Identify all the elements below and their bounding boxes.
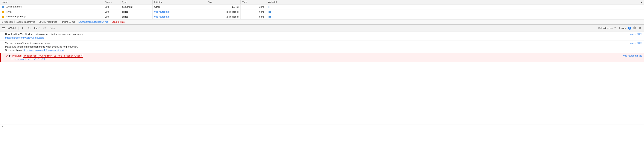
cell-name: vue-router.html: [0, 4, 103, 9]
issue-badge[interactable]: 1 Issue: 1: [619, 27, 631, 29]
col-header-type[interactable]: Type: [120, 0, 152, 4]
table-row[interactable]: vue-router.global.js 200 script vue-rout…: [0, 14, 644, 19]
col-header-time[interactable]: Time: [240, 0, 266, 4]
error-circle-icon: ⊘: [6, 54, 8, 57]
cell-time: 5 ms: [240, 14, 266, 19]
eye-button[interactable]: [42, 26, 47, 29]
network-table: Name Status Type Initiator Size Time Wat…: [0, 0, 644, 19]
console-toolbar: top: [20, 26, 595, 30]
finish-time: Finish: 15 ms: [61, 20, 77, 23]
settings-button[interactable]: [633, 26, 636, 30]
cell-status: 200: [103, 4, 120, 9]
error-line1: ⊘ ▶ Uncaught TypeError: VueRouter is not…: [6, 54, 620, 58]
console-message-error: ⊘ ▶ Uncaught TypeError: VueRouter is not…: [0, 53, 644, 62]
cell-time: 3 ms: [240, 4, 266, 9]
cell-initiator[interactable]: vue-router.html: [152, 14, 206, 19]
requests-count: 3 requests: [2, 20, 14, 23]
msg-text-line3: See more tips at https://vuejs.org/guide…: [5, 48, 627, 52]
console-right: Default levels 1 Issue: 1 ×: [597, 26, 642, 30]
waterfall-bar: [268, 6, 270, 8]
console-message-devtools: Download the Vue Devtools extension for …: [0, 31, 644, 40]
error-expand-icon[interactable]: ▶: [9, 54, 11, 57]
msg-source-3[interactable]: vue-router.html:31: [623, 54, 642, 58]
error-location-link[interactable]: vue-router.html:31:21: [15, 58, 45, 61]
gear-icon: [633, 26, 636, 29]
cell-size: (disk cache): [206, 14, 240, 19]
cell-initiator[interactable]: vue-router.html: [152, 9, 206, 14]
console-panel: Console top: [0, 25, 644, 129]
console-input-row: >: [0, 124, 644, 129]
console-header: Console top: [0, 25, 644, 31]
resources-size: 586 kB resources: [39, 20, 59, 23]
console-prompt: >: [2, 125, 3, 128]
devtools-link[interactable]: https://github.com/vuejs/vue-devtools: [5, 36, 44, 39]
error-stack: at vue-router.html:31:21: [6, 58, 620, 61]
cell-name: vue.js: [0, 9, 103, 14]
console-tab-label[interactable]: Console: [6, 26, 16, 29]
waterfall-bar: [268, 16, 271, 17]
clear-console-button[interactable]: [27, 26, 32, 30]
msg-text-line1: Download the Vue Devtools extension for …: [5, 32, 627, 36]
svg-marker-0: [22, 27, 24, 29]
error-message-highlighted: TypeError: VueRouter is not a constructo…: [23, 54, 83, 58]
cell-type: script: [120, 14, 152, 19]
deployment-link[interactable]: https://vuejs.org/guide/deployment.html: [23, 49, 64, 51]
chevron-down-icon: [38, 27, 40, 29]
console-messages: Download the Vue Devtools extension for …: [0, 31, 644, 124]
col-header-initiator[interactable]: Initiator: [152, 0, 206, 4]
cell-waterfall: [266, 4, 644, 9]
dom-content-loaded: DOMContentLoaded: 54 ms: [78, 20, 110, 23]
cell-status: 200: [103, 9, 120, 14]
col-header-status[interactable]: Status: [103, 0, 120, 4]
uncaught-prefix: Uncaught: [12, 54, 23, 57]
svg-point-4: [44, 28, 45, 28]
drag-handle[interactable]: [2, 27, 5, 29]
context-selector[interactable]: top: [33, 26, 41, 30]
load-time: Load: 54 ms: [112, 20, 126, 23]
network-table-header: Name Status Type Initiator Size Time Wat…: [0, 0, 644, 4]
issue-count: 1: [628, 27, 631, 29]
chevron-down-icon: [614, 27, 616, 29]
svg-point-5: [634, 27, 635, 28]
drag-line: [2, 27, 5, 28]
clear-icon: [28, 26, 31, 29]
execute-icon: [21, 26, 24, 29]
drag-line: [2, 28, 5, 28]
msg-text-line2: https://github.com/vuejs/vue-devtools: [5, 36, 627, 40]
msg-content: You are running Vue in development mode.…: [5, 41, 627, 52]
msg-source-2[interactable]: vue.js:9330: [630, 41, 642, 45]
col-header-waterfall[interactable]: Waterfall ▲: [266, 0, 644, 4]
network-panel: Name Status Type Initiator Size Time Wat…: [0, 0, 644, 25]
cell-waterfall: [266, 9, 644, 14]
col-header-size[interactable]: Size: [206, 0, 240, 4]
console-title-area: Console: [2, 26, 19, 29]
msg-text-line1: You are running Vue in development mode.: [5, 41, 627, 45]
cell-name: vue-router.global.js: [0, 14, 103, 19]
file-icon-doc: [2, 6, 4, 8]
console-input[interactable]: [5, 126, 642, 128]
msg-text-line2: Make sure to turn on production mode whe…: [5, 45, 627, 49]
cell-initiator: Other: [152, 4, 206, 9]
default-levels-button[interactable]: Default levels: [597, 26, 617, 30]
table-row[interactable]: vue-router.html 200 document Other 1.2 k…: [0, 4, 644, 9]
cell-type: document: [120, 4, 152, 9]
console-message-devmode: You are running Vue in development mode.…: [0, 40, 644, 53]
context-value: top: [34, 27, 37, 29]
msg-content: Download the Vue Devtools extension for …: [5, 32, 627, 39]
msg-content-error: ⊘ ▶ Uncaught TypeError: VueRouter is not…: [6, 54, 620, 61]
file-icon-script: [2, 16, 4, 18]
close-button[interactable]: ×: [638, 26, 642, 30]
col-header-name[interactable]: Name: [0, 0, 103, 4]
table-row[interactable]: vue.js 200 script vue-router.html (disk …: [0, 9, 644, 14]
network-status-bar: 3 requests 1.2 kB transferred 586 kB res…: [0, 19, 644, 24]
cell-waterfall: [266, 14, 644, 19]
filter-input[interactable]: [49, 26, 595, 30]
file-icon-script: [2, 11, 4, 13]
execute-button[interactable]: [20, 26, 25, 30]
transferred-size: 1.2 kB transferred: [16, 20, 37, 23]
cell-status: 200: [103, 14, 120, 19]
msg-source-1[interactable]: vue.js:9323: [630, 32, 642, 36]
cell-type: script: [120, 9, 152, 14]
cell-size: 1.2 kB: [206, 4, 240, 9]
sort-icon: ▲: [640, 1, 642, 3]
